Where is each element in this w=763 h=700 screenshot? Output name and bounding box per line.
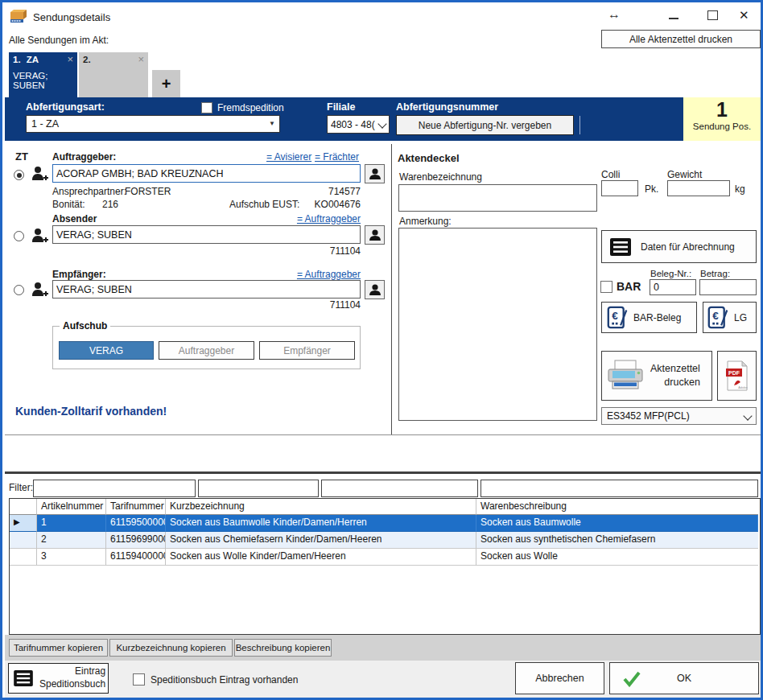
cell-kurzbezeichnung[interactable]: Socken aus Wolle Kinder/Damen/Heeren [166,549,476,566]
ok-label: OK [677,673,691,684]
lg-button[interactable]: € LG [703,302,757,333]
header-kurzbezeichnung[interactable]: Kurzbezeichnung [166,499,476,515]
cell-artikelnummer[interactable]: 3 [37,549,106,566]
filter-tarifnummer-input[interactable] [198,480,319,497]
close-button[interactable]: ✕ [739,8,749,23]
table-row[interactable]: 2 61159699000 Socken aus Chemiefasern Ki… [10,532,758,549]
betrag-input[interactable] [699,279,757,295]
daten-abrechnung-button[interactable]: Daten für Abrechnung [601,230,757,263]
absender-auftraggeber-link[interactable]: = Auftraggeber [291,213,361,224]
abfertigungsart-select[interactable]: 1 - ZA ▼ [26,115,280,133]
sendung-pos-box: 1 Sendung Pos. [683,97,761,141]
bar-beleg-label: BAR-Beleg [633,312,681,323]
aufschub-empfaenger-button[interactable]: Empfänger [259,341,355,360]
auftraggeber-label: Auftraggeber: [52,151,116,163]
print-all-aktenzettel-button[interactable]: Alle Aktenzettel drucken [601,30,761,48]
cell-warenbeschreibung[interactable]: Socken aus synthetischen Chemiefasern [476,532,758,549]
tab2-close-icon[interactable]: × [138,53,144,65]
table-row[interactable]: 3 61159400000 Socken aus Wolle Kinder/Da… [10,549,758,566]
warenbezeichnung-textarea[interactable] [398,184,597,212]
add-contact-icon[interactable] [31,227,48,245]
fremdspedition-checkbox[interactable] [201,102,212,113]
sendung-pos-count: 1 [683,97,761,121]
avisierer-link[interactable]: = Avisierer [266,151,311,163]
cell-tarifnummer[interactable]: 61159699000 [106,532,166,549]
add-contact-icon[interactable] [31,165,48,183]
all-shipments-label: Alle Sendungen im Akt: [9,35,109,46]
copy-tarifnummer-button[interactable]: Tarifnummer kopieren [9,639,108,657]
empfaenger-contact-button[interactable] [365,280,385,299]
new-abfertigungsnummer-button[interactable]: Neue Abfertigung-Nr. vergeben [396,115,574,135]
filter-artikelnummer-input[interactable] [33,480,196,497]
aufschub-auftraggeber-button[interactable]: Auftraggeber [159,341,254,360]
speditionsbuch-checkbox[interactable] [133,673,145,686]
maximize-button[interactable] [707,10,718,20]
empfaenger-number: 711104 [304,299,361,311]
cell-kurzbezeichnung[interactable]: Socken aus Chemiefasern Kinder/Damen/Hee… [166,532,476,549]
cell-tarifnummer[interactable]: 61159500000 [106,515,166,532]
pdf-export-button[interactable]: PDFAdobe [717,351,757,401]
panel-bottom-line [5,434,763,435]
colli-input[interactable] [601,180,638,196]
svg-text:Adobe: Adobe [738,385,748,389]
absender-radio[interactable] [14,231,24,241]
fraechter-link[interactable]: = Frächter [315,151,359,163]
gewicht-label: Gewicht [667,169,702,180]
minimize-button[interactable] [669,18,678,19]
absender-contact-button[interactable] [365,225,385,245]
beleg-nr-input[interactable] [650,279,696,295]
aufschub-verag-button[interactable]: VERAG [59,341,154,360]
filiale-label: Filiale [327,101,355,113]
cell-kurzbezeichnung[interactable]: Socken aus Baumwolle Kinder/Damen/Herren [166,515,476,532]
bar-label: BAR [617,280,641,293]
speditionsbuch-checkbox-label: Speditionsbuch Eintrag vorhanden [151,674,298,686]
aktenzettel-label-line2: drucken [650,376,700,389]
ok-button[interactable]: OK [609,662,759,694]
header-tarifnummer[interactable]: Tarifnummer [106,499,166,515]
shipment-tab-1[interactable]: 1. ZA × VERAG; SUBEN [9,52,77,98]
table-row[interactable]: ▶ 1 61159500000 Socken aus Baumwolle Kin… [10,515,758,532]
beleg-nr-label: Beleg-Nr.: [650,269,691,278]
gewicht-input[interactable] [667,180,730,196]
cell-artikelnummer[interactable]: 1 [37,515,106,532]
cancel-button[interactable]: Abbrechen [515,662,604,694]
sendungsdetails-window: Sendungsdetails ↔ ✕ Alle Sendungen im Ak… [0,0,763,700]
cell-tarifnummer[interactable]: 61159400000 [106,549,166,566]
resize-icon[interactable]: ↔ [608,7,621,22]
absender-input[interactable] [52,225,361,244]
tab1-code: ZA [27,55,39,64]
window-title: Sendungsdetails [33,11,110,23]
cell-artikelnummer[interactable]: 2 [37,532,106,549]
betrag-label: Betrag: [700,269,730,278]
header-warenbeschreibung[interactable]: Warenbeschreibung [476,499,758,515]
absender-number: 711104 [304,245,361,257]
anmerkung-textarea[interactable] [398,228,597,421]
tab1-close-icon[interactable]: × [67,53,73,65]
copy-beschreibung-button[interactable]: Beschreibung kopieren [234,639,332,657]
add-shipment-button[interactable]: + [152,70,180,98]
header-artikelnummer[interactable]: Artikelnummer [37,499,106,515]
chevron-down-icon [743,411,752,420]
euro-receipt-icon: € [707,306,729,329]
zolltarif-note: Kunden-Zolltarif vorhanden! [15,405,167,418]
auftraggeber-contact-button[interactable] [365,164,385,183]
eintrag-speditionsbuch-button[interactable]: Eintrag Speditionsbuch [8,663,109,694]
printer-select[interactable]: ES3452 MFP(PCL) [601,407,757,425]
tab1-number: 1. [13,55,21,64]
add-contact-icon[interactable] [31,281,48,299]
bar-checkbox[interactable] [600,281,612,293]
aktenzettel-drucken-button[interactable]: Aktenzettel drucken [601,351,712,401]
auftraggeber-radio[interactable] [14,170,24,180]
empfaenger-auftraggeber-link[interactable]: = Auftraggeber [291,269,361,280]
shipment-tab-2[interactable]: 2. × [79,52,148,98]
empfaenger-radio[interactable] [14,285,24,295]
empfaenger-input[interactable] [52,280,361,299]
filter-kurzbezeichnung-input[interactable] [321,480,478,497]
auftraggeber-input[interactable] [52,164,361,183]
bar-beleg-button[interactable]: € BAR-Beleg [601,302,697,333]
filter-warenbeschreibung-input[interactable] [480,480,758,497]
cell-warenbeschreibung[interactable]: Socken aus Wolle [476,549,758,566]
copy-kurzbezeichnung-button[interactable]: Kurzbezeichnung kopieren [109,639,233,657]
filiale-combo[interactable]: 4803 - 48( [327,115,390,134]
cell-warenbeschreibung[interactable]: Socken aus Baumwolle [476,515,758,532]
